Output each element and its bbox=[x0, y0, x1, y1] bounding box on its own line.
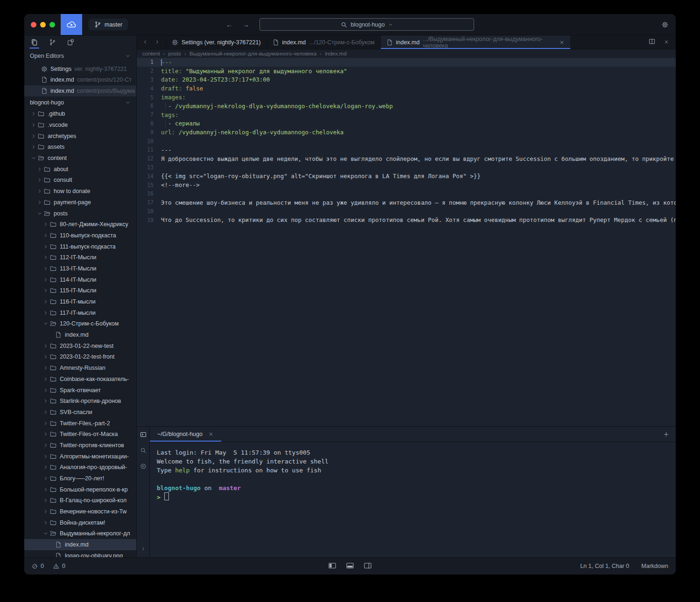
code-line[interactable]: 8 - сериалы bbox=[137, 119, 676, 128]
terminal-panel-icon[interactable] bbox=[140, 431, 147, 440]
tree-folder-item[interactable]: Spark-отвечает bbox=[24, 385, 136, 396]
tree-folder-item[interactable]: Большой-переполох-в-кр bbox=[24, 484, 136, 495]
code-line[interactable]: 4draft: false bbox=[137, 84, 676, 93]
forward-button[interactable]: → bbox=[242, 21, 249, 28]
tree-folder-item[interactable]: 117-IT-мысли bbox=[24, 307, 136, 318]
breadcrumb-item[interactable]: posts bbox=[168, 51, 182, 56]
code-line[interactable]: 1--- bbox=[137, 58, 676, 67]
code-line[interactable]: 16 bbox=[137, 189, 676, 198]
code-line[interactable]: 6 - /vydumannyj-nekrolog-dlya-vydumannog… bbox=[137, 102, 676, 111]
tree-file-item[interactable]: logan-roy-obituary.png bbox=[24, 550, 136, 557]
close-icon[interactable] bbox=[208, 431, 214, 437]
source-control-tab-icon[interactable] bbox=[49, 35, 56, 48]
toggle-panel-icon[interactable] bbox=[346, 562, 354, 571]
tree-folder-item[interactable]: about bbox=[24, 164, 136, 175]
tree-folder-item[interactable]: 120-Стрим-с-Бобуком bbox=[24, 318, 136, 330]
minimize-window-button[interactable] bbox=[40, 22, 46, 28]
code-line[interactable]: 5images: bbox=[137, 93, 676, 102]
search-panel-icon[interactable] bbox=[140, 447, 147, 456]
tree-folder-item[interactable]: 116-IT-мысли bbox=[24, 296, 136, 307]
tree-file-item[interactable]: index.md bbox=[24, 329, 136, 340]
open-editors-header[interactable]: Open Editors bbox=[24, 48, 136, 63]
editor-tab-settings[interactable]: Settings (ver. nightly-3767221) bbox=[166, 35, 266, 49]
tree-folder-item[interactable]: 114-IT-Мысли bbox=[24, 274, 136, 285]
close-window-button[interactable] bbox=[31, 22, 36, 28]
editor-tab-index-md-1[interactable]: index.md.../120-Стрим-с-Бобуком bbox=[266, 35, 380, 49]
settings-gear-button[interactable] bbox=[662, 21, 668, 28]
back-button[interactable]: ← bbox=[226, 21, 233, 28]
tree-folder-item[interactable]: 113-IT-Мысли bbox=[24, 263, 136, 274]
workspace-search[interactable]: blognot-hugo bbox=[259, 18, 474, 31]
close-icon[interactable] bbox=[559, 40, 565, 45]
maximize-window-button[interactable] bbox=[49, 22, 55, 28]
branch-selector[interactable]: master bbox=[89, 19, 128, 30]
tree-folder-item[interactable]: 110-выпуск-подкаста bbox=[24, 230, 136, 241]
tab-scroll-left-button[interactable] bbox=[142, 38, 148, 47]
problems-panel-icon[interactable] bbox=[140, 463, 147, 471]
code-line[interactable]: 19Что до Succession, то критики до сих п… bbox=[137, 215, 676, 224]
tree-folder-item[interactable]: Война-дискетам! bbox=[24, 517, 136, 528]
breadcrumb[interactable]: content›posts›Выдуманный-некролог-для-вы… bbox=[137, 49, 676, 58]
tree-folder-item[interactable]: .github bbox=[24, 109, 136, 120]
tree-folder-item[interactable]: 112-IT-Мысли bbox=[24, 252, 136, 263]
open-editor-item[interactable]: Settingsver. nightly-3767221 bbox=[24, 63, 136, 75]
code-line[interactable]: 12Я добросовестно выждал целые две недел… bbox=[137, 154, 676, 163]
code-line[interactable]: 2title: "Выдуманный некролог для выдуман… bbox=[137, 67, 676, 76]
app-logo-icon[interactable] bbox=[61, 14, 82, 35]
tree-folder-item[interactable]: consult bbox=[24, 175, 136, 186]
tree-folder-item[interactable]: how to donate bbox=[24, 186, 136, 197]
tree-folder-item[interactable]: 111-выпуск-подкаста bbox=[24, 241, 136, 252]
tree-folder-item[interactable]: Выдуманный-некролог-дл bbox=[24, 528, 136, 540]
tree-folder-item[interactable]: Coinbase-как-показатель- bbox=[24, 374, 136, 385]
tree-folder-item[interactable]: 80-лет-Джими-Хендриксу bbox=[24, 219, 136, 230]
tree-folder-item[interactable]: В-Галац-по-широкой-кол bbox=[24, 495, 136, 506]
editor-layout-tab-icon[interactable] bbox=[67, 35, 74, 48]
open-editor-item[interactable]: index.mdcontent/posts/120-Ст bbox=[24, 75, 136, 86]
tree-folder-item[interactable]: Аналогия-про-здоровый- bbox=[24, 462, 136, 473]
explorer-root-header[interactable]: blognot-hugo bbox=[24, 97, 136, 109]
tree-folder-item[interactable]: Блогу-—-20-лет! bbox=[24, 473, 136, 484]
tab-scroll-right-button[interactable] bbox=[154, 38, 160, 47]
tree-folder-item[interactable]: payment-page bbox=[24, 197, 136, 208]
terminal-output[interactable]: Last login: Fri May 5 11:57:39 on ttys00… bbox=[150, 442, 676, 557]
editor-tab-index-md-2[interactable]: index.md.../Выдуманный-некролог-для-выду… bbox=[380, 35, 570, 49]
tree-file-item[interactable]: index.md bbox=[24, 539, 136, 550]
tree-folder-item[interactable]: assets bbox=[24, 142, 136, 153]
close-editor-icon[interactable] bbox=[664, 38, 669, 47]
tree-folder-item[interactable]: .vscode bbox=[24, 119, 136, 131]
code-line[interactable]: 11--- bbox=[137, 145, 676, 154]
explorer-tab-icon[interactable] bbox=[31, 35, 38, 48]
code-line[interactable]: 18 bbox=[137, 207, 676, 216]
toggle-sidebar-icon[interactable] bbox=[329, 562, 336, 571]
code-line[interactable]: 17Это смешение шоу-бизнеса и реальности … bbox=[137, 198, 676, 207]
code-line[interactable]: 10 bbox=[137, 137, 676, 145]
new-terminal-button[interactable] bbox=[663, 431, 669, 437]
code-editor[interactable]: 1---2title: "Выдуманный некролог для выд… bbox=[137, 58, 676, 426]
tree-folder-item[interactable]: Вечерние-новости-из-Tw bbox=[24, 506, 136, 517]
tree-folder-item[interactable]: content bbox=[24, 152, 136, 164]
open-editor-item[interactable]: index.mdcontent/posts/Выдума bbox=[24, 85, 136, 97]
tree-folder-item[interactable]: 2023-01-22-test-front bbox=[24, 352, 136, 363]
breadcrumb-item[interactable]: Выдуманный-некролог-для-выдуманного-чело… bbox=[189, 51, 316, 56]
code-line[interactable]: 3date: 2023-04-25T23:37:17+03:00 bbox=[137, 76, 676, 84]
breadcrumb-item[interactable]: index.md bbox=[325, 51, 347, 56]
tree-folder-item[interactable]: Twitter-Files-от-Маска bbox=[24, 429, 136, 440]
tree-folder-item[interactable]: Twitter-Files,-part-2 bbox=[24, 418, 136, 429]
tree-folder-item[interactable]: SVB-спасли bbox=[24, 407, 136, 418]
code-line[interactable]: 9url: /vydumannyj-nekrolog-dlya-vydumann… bbox=[137, 128, 676, 137]
breadcrumb-item[interactable]: content bbox=[142, 51, 160, 56]
tree-folder-item[interactable]: Алгоритмы-монетизации- bbox=[24, 451, 136, 462]
code-line[interactable]: 14{{< img src="logan-roy-obituary.png" a… bbox=[137, 172, 676, 180]
tree-folder-item[interactable]: 2023-01-22-new-test bbox=[24, 340, 136, 352]
split-editor-icon[interactable] bbox=[649, 38, 655, 47]
code-line[interactable]: 13 bbox=[137, 163, 676, 172]
expand-panel-icon[interactable] bbox=[137, 546, 149, 552]
tree-folder-item[interactable]: 115-IT-Мысли bbox=[24, 285, 136, 297]
tree-folder-item[interactable]: archetypes bbox=[24, 131, 136, 142]
terminal-tab[interactable]: ~/G/blognot-hugo bbox=[150, 427, 221, 442]
tree-folder-item[interactable]: Twitter-против-клиентов bbox=[24, 440, 136, 451]
toggle-secondary-sidebar-icon[interactable] bbox=[364, 562, 371, 571]
code-line[interactable]: 7tags: bbox=[137, 111, 676, 119]
tree-folder-item[interactable]: Starlink-против-дронов bbox=[24, 395, 136, 407]
code-line[interactable]: 15<!--more--> bbox=[137, 180, 676, 189]
